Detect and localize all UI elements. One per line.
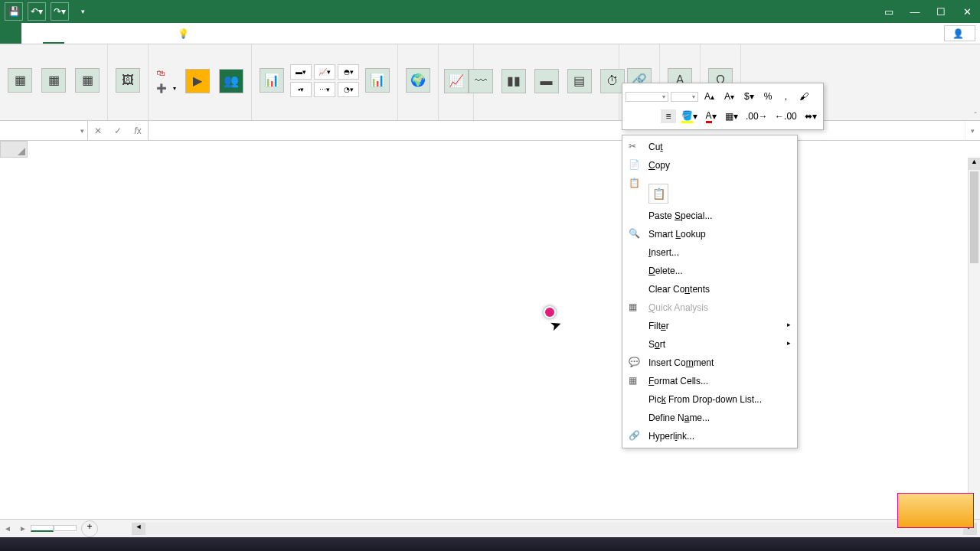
slicer-button[interactable]: ▤ [564, 67, 595, 95]
center-align-icon[interactable]: ≡ [661, 109, 676, 123]
cut-icon: ✂ [629, 141, 641, 153]
menu-paste-options-header: 📋 [622, 174, 797, 182]
menu-smart-lookup[interactable]: 🔍Smart Lookup [622, 225, 797, 243]
merge-icon[interactable]: ⬌▾ [802, 109, 820, 123]
menu-define-name[interactable]: Define Name... [622, 409, 797, 427]
people-addin-button[interactable]: 👥 [216, 67, 247, 95]
search-icon: 💡 [178, 28, 189, 39]
new-sheet-button[interactable]: + [81, 520, 98, 537]
tab-data[interactable] [107, 23, 129, 44]
close-icon[interactable]: ✕ [954, 0, 980, 23]
vertical-scrollbar[interactable]: ▲ [968, 158, 980, 519]
menu-cut[interactable]: ✂Cut [622, 138, 797, 156]
winloss-spark-button[interactable]: ▬ [531, 67, 562, 95]
mini-toolbar: A▴ A▾ $▾ % , 🖌 ≡ 🪣▾ A▾ ▦▾ .00→ ←.00 ⬌▾ [622, 83, 824, 130]
menu-hyperlink[interactable]: 🔗Hyperlink... [622, 427, 797, 445]
context-menu: ✂Cut 📄Copy 📋 📋 Paste Special... 🔍Smart L… [622, 135, 798, 448]
currency-icon[interactable]: $▾ [740, 90, 758, 103]
borders-icon[interactable]: ▦▾ [722, 109, 741, 123]
enter-formula-icon[interactable]: ✓ [108, 126, 128, 136]
pivotchart-button[interactable]: 📊 [362, 67, 393, 96]
comment-icon: 💬 [629, 357, 641, 369]
tab-insert[interactable] [43, 23, 64, 44]
menu-clear-contents[interactable]: Clear Contents [622, 280, 797, 298]
horizontal-scrollbar[interactable]: ◄► [129, 523, 980, 535]
menu-copy[interactable]: 📄Copy [622, 156, 797, 174]
format-painter-icon[interactable]: 🖌 [795, 90, 812, 103]
sheet-tab-1[interactable] [31, 525, 54, 532]
maximize-icon[interactable]: ☐ [928, 0, 954, 23]
tab-review[interactable] [129, 23, 150, 44]
recommended-pivottables-button[interactable]: ▦ [38, 67, 69, 96]
comma-icon[interactable]: , [778, 90, 793, 103]
menu-delete[interactable]: Delete... [622, 262, 797, 280]
fx-icon[interactable]: fx [128, 126, 148, 136]
menu-format-cells[interactable]: ▦Format Cells... [622, 372, 797, 390]
select-all-corner[interactable] [0, 141, 28, 158]
menu-filter[interactable]: Filter▸ [622, 317, 797, 335]
bold-icon[interactable] [626, 115, 641, 118]
3d-map-button[interactable]: 🌍 [403, 67, 433, 96]
ribbon-options-icon[interactable]: ▭ [876, 0, 902, 23]
minimize-icon[interactable]: — [902, 0, 928, 23]
undo-icon[interactable]: ↶▾ [28, 2, 46, 21]
menu-pick-list[interactable]: Pick From Drop-down List... [622, 390, 797, 409]
illustrations-button[interactable]: 🖼 [113, 67, 143, 96]
worksheet[interactable] [0, 141, 980, 519]
title-bar: 💾 ↶▾ ↷▾ ▾ ▭ — ☐ ✕ [0, 0, 980, 23]
formula-bar[interactable] [149, 121, 965, 140]
mini-font-name[interactable] [626, 92, 668, 102]
cancel-formula-icon[interactable]: ✕ [88, 126, 108, 136]
mini-font-size[interactable] [671, 92, 698, 102]
sheet-tab-bar: ◄ ► + ◄► [0, 519, 980, 537]
menu-insert-comment[interactable]: 💬Insert Comment [622, 354, 797, 372]
redo-icon[interactable]: ↷▾ [51, 2, 69, 21]
fill-color-icon[interactable]: 🪣▾ [678, 109, 700, 125]
decrease-font-icon[interactable]: A▾ [720, 90, 738, 103]
tab-formulas[interactable] [86, 23, 107, 44]
collapse-ribbon-icon[interactable]: ˆ [974, 111, 977, 120]
sheet-nav-next[interactable]: ► [15, 524, 31, 533]
signin-link[interactable] [924, 23, 939, 44]
percent-icon[interactable]: % [760, 90, 776, 103]
windows-taskbar [0, 537, 980, 551]
store-button[interactable]: 🛍 [153, 67, 179, 79]
expand-formula-icon[interactable]: ▾ [965, 121, 980, 140]
italic-icon[interactable] [643, 115, 658, 118]
menu-paste-special[interactable]: Paste Special... [622, 207, 797, 225]
tab-view[interactable] [150, 23, 172, 44]
line-spark-button[interactable]: 〰 [466, 67, 496, 95]
bing-addin-button[interactable]: ▶ [182, 67, 213, 95]
tab-page-layout[interactable] [64, 23, 86, 44]
table-button[interactable]: ▦ [72, 67, 103, 96]
quick-analysis-icon: ▦ [629, 302, 641, 314]
sheet-nav-prev[interactable]: ◄ [0, 524, 15, 533]
format-icon: ▦ [629, 375, 641, 387]
decrease-decimal-icon[interactable]: ←.00 [773, 109, 799, 123]
ribbon-body: ▦ ▦ ▦ 🖼 🛍 ➕▾ ▶ 👥 📊 ▬▾📈▾◓▾ ▪▾⋯▾◔▾ [0, 44, 980, 121]
menu-insert[interactable]: Insert... [622, 243, 797, 262]
font-color-icon[interactable]: A▾ [702, 109, 719, 125]
increase-decimal-icon[interactable]: .00→ [743, 109, 770, 123]
lookup-icon: 🔍 [629, 228, 641, 240]
qat-dropdown-icon[interactable]: ▾ [74, 2, 92, 21]
pivottable-button[interactable]: ▦ [5, 67, 35, 96]
share-button[interactable]: 👤 [944, 25, 975, 41]
increase-font-icon[interactable]: A▴ [701, 90, 718, 103]
paste-option-keep-source[interactable]: 📋 [648, 184, 668, 204]
tab-home[interactable] [21, 23, 43, 44]
hyperlink-icon: 🔗 [629, 430, 641, 442]
chart-type-grid[interactable]: ▬▾📈▾◓▾ ▪▾⋯▾◔▾ [290, 64, 359, 97]
ribbon-tabs: 💡 👤 [0, 23, 980, 44]
column-spark-button[interactable]: ▮▮ [498, 67, 529, 95]
sheet-tab-2[interactable] [54, 525, 77, 531]
menu-sort[interactable]: Sort▸ [622, 335, 797, 354]
recommended-charts-button[interactable]: 📊 [256, 67, 287, 96]
my-addins-button[interactable]: ➕▾ [153, 82, 179, 95]
menu-quick-analysis: ▦Quick Analysis [622, 298, 797, 317]
save-icon[interactable]: 💾 [5, 2, 23, 21]
tell-me-search[interactable]: 💡 [172, 23, 924, 44]
quick-access-toolbar: 💾 ↶▾ ↷▾ ▾ [0, 2, 96, 21]
name-box[interactable] [0, 121, 88, 140]
tab-file[interactable] [0, 23, 21, 44]
